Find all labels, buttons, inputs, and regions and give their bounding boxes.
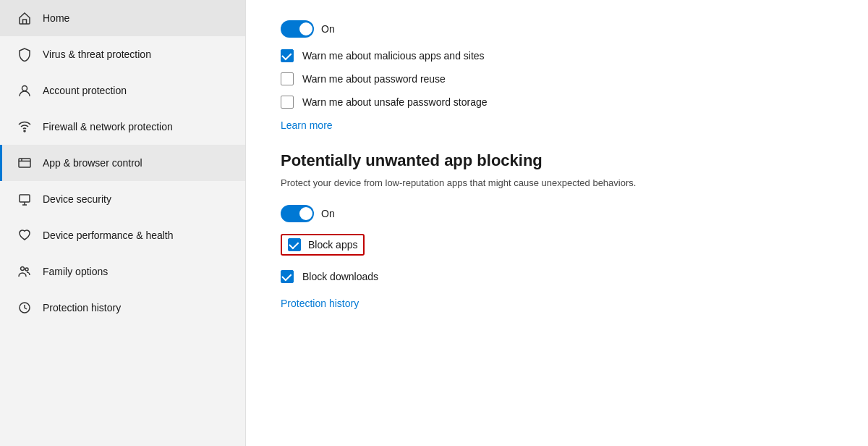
checkbox2-label: Warn me about password reuse [302, 73, 446, 85]
checkbox1-row[interactable]: Warn me about malicious apps and sites [281, 49, 833, 62]
person-icon [17, 83, 33, 98]
section-title: Potentially unwanted app blocking [281, 151, 833, 170]
browser-icon [17, 155, 33, 171]
checkbox3-row[interactable]: Warn me about unsafe password storage [281, 96, 833, 109]
sidebar-item-family[interactable]: Family options [0, 253, 245, 290]
sidebar-item-account-label: Account protection [43, 85, 127, 96]
sidebar-item-virus[interactable]: Virus & threat protection [0, 36, 245, 72]
sidebar-item-device-performance[interactable]: Device performance & health [0, 217, 245, 253]
checkbox1-label: Warn me about malicious apps and sites [302, 50, 485, 62]
shield-icon [17, 46, 33, 62]
svg-rect-5 [20, 195, 30, 202]
sidebar-item-family-label: Family options [43, 266, 108, 277]
checkbox3[interactable] [281, 96, 294, 109]
toggle1[interactable] [281, 20, 314, 38]
checkbox3-label: Warn me about unsafe password storage [302, 96, 488, 108]
checkbox2-row[interactable]: Warn me about password reuse [281, 72, 833, 85]
sidebar-item-firewall[interactable]: Firewall & network protection [0, 109, 245, 145]
block-apps-label: Block apps [308, 239, 357, 251]
sidebar-item-app-browser-label: App & browser control [43, 157, 142, 169]
block-apps-highlight[interactable]: Block apps [281, 234, 365, 256]
block-apps-checkbox[interactable] [288, 238, 301, 251]
toggle1-label: On [321, 23, 335, 35]
device-icon [17, 191, 33, 207]
svg-point-1 [24, 130, 25, 132]
block-downloads-label: Block downloads [302, 271, 378, 282]
sidebar-item-account[interactable]: Account protection [0, 72, 245, 109]
block-downloads-checkbox[interactable] [281, 270, 294, 283]
svg-rect-2 [19, 159, 30, 167]
toggle2-label: On [321, 208, 335, 219]
svg-point-9 [25, 268, 28, 271]
sidebar-item-firewall-label: Firewall & network protection [43, 121, 173, 132]
sidebar-item-device-security[interactable]: Device security [0, 181, 245, 217]
main-content: On Warn me about malicious apps and site… [246, 0, 868, 446]
family-icon [17, 264, 33, 279]
toggle2[interactable] [281, 205, 314, 222]
block-downloads-row[interactable]: Block downloads [281, 270, 833, 283]
history-icon [17, 300, 33, 316]
toggle2-row[interactable]: On [281, 205, 833, 222]
svg-point-8 [21, 267, 25, 271]
checkbox1[interactable] [281, 49, 294, 62]
heart-icon [17, 227, 33, 243]
svg-point-0 [22, 86, 27, 91]
sidebar: Home Virus & threat protection Account p… [0, 0, 246, 446]
section-desc: Protect your device from low-reputation … [281, 176, 833, 190]
protection-history-link[interactable]: Protection history [281, 298, 359, 309]
sidebar-item-home-label: Home [43, 12, 69, 24]
home-icon [17, 10, 33, 26]
sidebar-item-device-security-label: Device security [43, 193, 111, 205]
learn-more-link[interactable]: Learn more [281, 119, 333, 131]
toggle1-row[interactable]: On [281, 20, 833, 38]
sidebar-item-virus-label: Virus & threat protection [43, 49, 151, 60]
pua-section: Potentially unwanted app blocking Protec… [281, 151, 833, 329]
wifi-icon [17, 119, 33, 135]
sidebar-item-home[interactable]: Home [0, 0, 245, 36]
toggle2-thumb [299, 207, 312, 220]
toggle1-thumb [299, 22, 312, 35]
sidebar-item-protection-history[interactable]: Protection history [0, 290, 245, 326]
sidebar-item-protection-history-label: Protection history [43, 302, 121, 314]
checkbox2[interactable] [281, 72, 294, 85]
sidebar-item-app-browser[interactable]: App & browser control [0, 145, 245, 181]
sidebar-item-device-performance-label: Device performance & health [43, 230, 174, 241]
